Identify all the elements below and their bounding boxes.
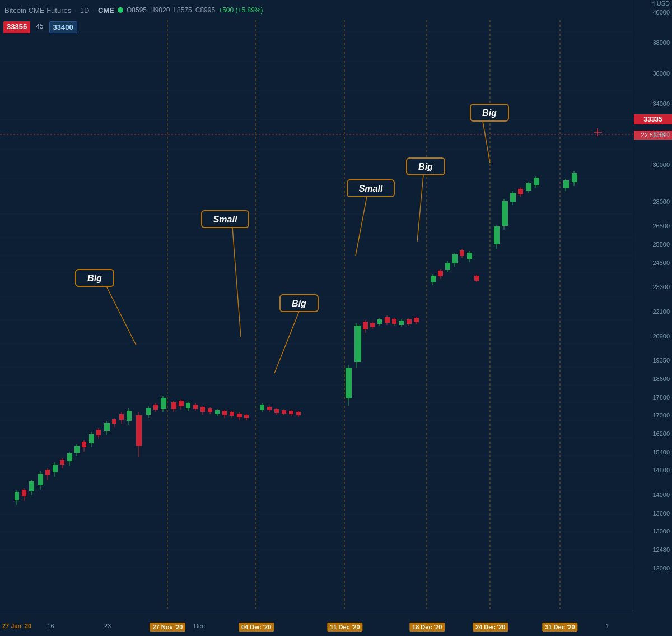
date-label-1: 1	[606, 623, 609, 629]
svg-rect-62	[119, 414, 124, 420]
svg-rect-96	[260, 405, 264, 410]
date-label-dec18: 18 Dec '20	[409, 623, 445, 632]
price-label-14800: 14800	[652, 467, 670, 473]
date-label-dec: Dec	[194, 623, 205, 629]
svg-rect-58	[104, 423, 110, 431]
svg-rect-46	[60, 460, 64, 465]
price-label-32000: 32000	[652, 131, 670, 138]
svg-rect-0	[0, 20, 633, 609]
price-axis: 40000 38000 36000 34000 33335 22:51:36 3…	[633, 0, 672, 611]
svg-rect-118	[385, 317, 390, 323]
current-price-label: 33335	[634, 114, 672, 124]
price-label-26500: 26500	[652, 222, 670, 229]
svg-rect-56	[96, 430, 101, 435]
svg-rect-134	[452, 254, 458, 263]
svg-text:Big: Big	[418, 162, 433, 171]
price-label-40000: 40000	[652, 9, 670, 16]
chart-container: Bitcoin CME Futures · 1D · CME O8595 H90…	[0, 0, 672, 636]
svg-rect-34	[15, 492, 19, 500]
price-label-19350: 19350	[652, 357, 670, 364]
chart-timeframe: 1D	[80, 6, 90, 15]
status-dot	[118, 7, 123, 13]
svg-rect-50	[74, 446, 80, 453]
svg-rect-102	[282, 410, 286, 414]
svg-rect-154	[563, 180, 569, 188]
date-label-16: 16	[47, 623, 54, 629]
svg-rect-110	[354, 326, 361, 362]
svg-rect-112	[363, 322, 368, 329]
svg-rect-150	[526, 183, 531, 191]
price-boxes: 33355 45 33400	[3, 21, 77, 33]
svg-rect-138	[467, 253, 472, 259]
svg-rect-136	[460, 250, 464, 256]
svg-rect-74	[171, 402, 176, 409]
price-box-red: 33355	[3, 21, 30, 33]
svg-rect-104	[289, 411, 293, 414]
svg-rect-128	[431, 276, 436, 282]
chart-area: Big Small Big Small Big Big	[0, 20, 633, 609]
svg-rect-60	[112, 419, 116, 424]
price-label-17000: 17000	[652, 412, 670, 419]
svg-rect-64	[127, 411, 132, 421]
price-label-30000: 30000	[652, 161, 670, 168]
svg-rect-70	[153, 405, 158, 410]
svg-rect-130	[438, 271, 443, 276]
svg-rect-94	[244, 415, 249, 418]
price-box-small-num: 45	[34, 21, 45, 33]
price-label-13600: 13600	[652, 510, 670, 517]
svg-rect-44	[53, 465, 58, 472]
svg-rect-48	[67, 453, 72, 461]
chart-close: C8995	[195, 6, 215, 14]
price-label-12480: 12480	[652, 546, 670, 553]
svg-rect-98	[267, 407, 272, 410]
svg-rect-90	[230, 412, 234, 416]
svg-rect-146	[510, 193, 516, 202]
svg-rect-88	[222, 411, 227, 415]
svg-rect-82	[200, 407, 205, 412]
chart-low: L8575	[173, 6, 192, 14]
svg-rect-72	[161, 398, 166, 409]
svg-text:Big: Big	[292, 299, 306, 308]
svg-rect-76	[179, 401, 184, 406]
svg-rect-36	[22, 490, 26, 496]
svg-rect-144	[502, 201, 508, 226]
svg-rect-132	[445, 263, 450, 270]
date-label-jan27: 27 Jan '20	[2, 623, 31, 629]
price-label-22100: 22100	[652, 308, 670, 315]
price-label-34000: 34000	[652, 100, 670, 107]
svg-text:Small: Small	[359, 184, 383, 193]
price-label-38000: 38000	[652, 39, 670, 46]
svg-rect-122	[399, 321, 404, 325]
svg-rect-78	[186, 403, 190, 408]
svg-text:Small: Small	[213, 215, 237, 224]
svg-rect-120	[392, 319, 396, 324]
svg-text:Big: Big	[87, 273, 102, 283]
svg-rect-106	[296, 412, 301, 415]
svg-rect-68	[146, 408, 151, 415]
price-label-24500: 24500	[652, 259, 670, 266]
price-label-36000: 36000	[652, 70, 670, 77]
usd-label: 4 USD	[652, 0, 670, 7]
chart-high: H9020	[150, 6, 170, 14]
svg-rect-126	[414, 318, 419, 322]
svg-rect-100	[274, 409, 279, 413]
chart-open: O8595	[127, 6, 147, 14]
price-label-23300: 23300	[652, 284, 670, 290]
svg-rect-40	[38, 474, 43, 485]
chart-header: Bitcoin CME Futures · 1D · CME O8595 H90…	[0, 0, 594, 20]
price-label-16200: 16200	[652, 430, 670, 437]
svg-rect-52	[82, 442, 86, 447]
svg-rect-108	[346, 368, 352, 398]
price-label-20900: 20900	[652, 333, 670, 340]
svg-rect-66	[136, 415, 142, 446]
svg-rect-140	[474, 276, 479, 281]
date-label-dec04: 04 Dec '20	[239, 623, 274, 632]
price-label-28000: 28000	[652, 198, 670, 205]
price-box-blue: 33400	[49, 21, 77, 33]
price-label-12000: 12000	[652, 565, 670, 572]
chart-svg: Big Small Big Small Big Big	[0, 20, 633, 609]
svg-rect-116	[377, 319, 382, 324]
chart-change: +500 (+5.89%)	[218, 6, 263, 14]
svg-rect-42	[45, 470, 50, 475]
price-label-14000: 14000	[652, 491, 670, 498]
